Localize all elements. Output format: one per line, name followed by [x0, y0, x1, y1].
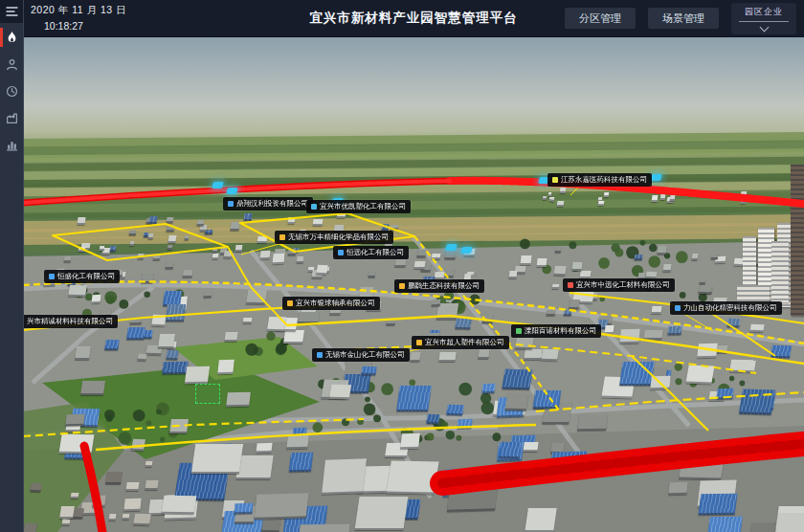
company-marker-icon	[279, 234, 285, 240]
header-actions: 分区管理场景管理 园区企业	[565, 0, 796, 36]
company-label[interactable]: 宜兴市优凯塑化工有限公司	[306, 200, 411, 213]
poi-marker[interactable]	[212, 182, 224, 188]
left-toolbar	[0, 0, 24, 532]
poi-marker[interactable]	[226, 188, 238, 194]
company-marker-icon	[416, 340, 422, 345]
hamburger-icon	[6, 6, 18, 17]
partition-manage-button[interactable]: 分区管理	[565, 8, 636, 29]
active-indicator	[0, 28, 3, 47]
company-name: 恒远化工有限公司	[346, 249, 404, 256]
company-marker-icon	[552, 177, 558, 183]
scene-manage-button[interactable]: 场景管理	[648, 8, 719, 29]
company-name: 鹏鹞生态科技有限公司	[408, 282, 480, 290]
company-label[interactable]: 宜兴市中远化工材料有限公司	[563, 278, 675, 292]
menu-toggle-button[interactable]	[0, 0, 23, 23]
history-icon	[6, 85, 18, 98]
company-label[interactable]: 无锡市金山化工有限公司	[312, 348, 410, 362]
company-name: 江苏永嘉医药科技有限公司	[561, 176, 647, 184]
company-label[interactable]: 宜兴市超人塑件有限公司	[412, 336, 509, 349]
company-name: 宜兴市超人塑件有限公司	[425, 339, 504, 346]
company-marker-icon	[675, 305, 681, 311]
company-label[interactable]: 宜兴市银球轴承有限公司	[282, 297, 380, 310]
factory-icon	[6, 112, 18, 124]
company-name: 宜兴市优凯塑化工有限公司	[320, 203, 406, 211]
poi-marker[interactable]	[445, 244, 458, 251]
company-name: 宜兴市银球轴承有限公司	[296, 299, 375, 307]
flame-icon	[6, 31, 18, 44]
company-marker-icon	[311, 204, 317, 210]
company-name: 溧阳百诺材料有限公司	[525, 327, 596, 335]
company-name: 恒盛化工有限公司	[57, 273, 115, 280]
company-label[interactable]: 力山自动化精密科技有限公司	[670, 301, 782, 315]
current-date: 2020 年 11 月 13 日	[31, 4, 126, 17]
chevron-down-icon	[759, 22, 769, 32]
company-marker-icon	[568, 282, 573, 288]
sidebar-item-personnel[interactable]	[0, 52, 23, 77]
selection-box	[195, 384, 220, 404]
dropdown-label: 园区企业	[745, 6, 783, 18]
company-label[interactable]: 鼎翔汉利投资有限公司	[223, 197, 313, 211]
company-marker-icon	[317, 352, 323, 358]
company-name: 无锡市金山化工有限公司	[325, 351, 405, 359]
app-window: 2020 年 11 月 13 日 10:18:27 宜兴市新材料产业园智慧管理平…	[0, 0, 804, 532]
datetime-block: 2020 年 11 月 13 日 10:18:27	[31, 4, 126, 32]
map-3d-view[interactable]: 鼎翔汉利投资有限公司宜兴市优凯塑化工有限公司江苏永嘉医药科技有限公司无锡市万丰精…	[23, 36, 804, 532]
park-enterprise-dropdown[interactable]: 园区企业	[731, 3, 796, 34]
company-label[interactable]: 鹏鹞生态科技有限公司	[394, 279, 484, 293]
current-time: 10:18:27	[44, 20, 126, 32]
company-label[interactable]: 溧阳百诺材料有限公司	[511, 324, 601, 338]
company-name: 鼎翔汉利投资有限公司	[236, 200, 308, 208]
top-bar: 2020 年 11 月 13 日 10:18:27 宜兴市新材料产业园智慧管理平…	[23, 0, 804, 37]
company-name: 无锡市万丰精细化学品有限公司	[288, 233, 389, 241]
company-label[interactable]: 恒远化工有限公司	[333, 246, 409, 259]
company-marker-icon	[49, 274, 55, 279]
label-layer: 鼎翔汉利投资有限公司宜兴市优凯塑化工有限公司江苏永嘉医药科技有限公司无锡市万丰精…	[23, 36, 804, 532]
person-icon	[6, 58, 18, 71]
company-label[interactable]: 无锡市万丰精细化学品有限公司	[275, 231, 393, 244]
company-name: 力山自动化精密科技有限公司	[683, 304, 777, 312]
company-marker-icon	[338, 250, 344, 255]
company-name: 兴市精诚材料科技有限公司	[27, 318, 113, 325]
sidebar-item-statistics[interactable]	[0, 132, 23, 157]
company-name: 宜兴市中远化工材料有限公司	[576, 281, 670, 289]
poi-marker[interactable]	[460, 247, 473, 254]
company-label[interactable]: 江苏永嘉医药科技有限公司	[547, 173, 652, 187]
page-title: 宜兴市新材料产业园智慧管理平台	[309, 10, 518, 27]
company-marker-icon	[228, 201, 234, 207]
bar-chart-icon	[6, 139, 18, 151]
company-marker-icon	[516, 328, 522, 334]
sidebar-item-history[interactable]	[0, 78, 23, 103]
company-label[interactable]: 兴市精诚材料科技有限公司	[23, 315, 118, 328]
sidebar-item-enterprise[interactable]	[0, 105, 23, 130]
company-label[interactable]: 恒盛化工有限公司	[44, 270, 120, 283]
sidebar-item-fire[interactable]	[0, 25, 23, 50]
company-marker-icon	[399, 283, 405, 289]
company-marker-icon	[287, 300, 293, 306]
